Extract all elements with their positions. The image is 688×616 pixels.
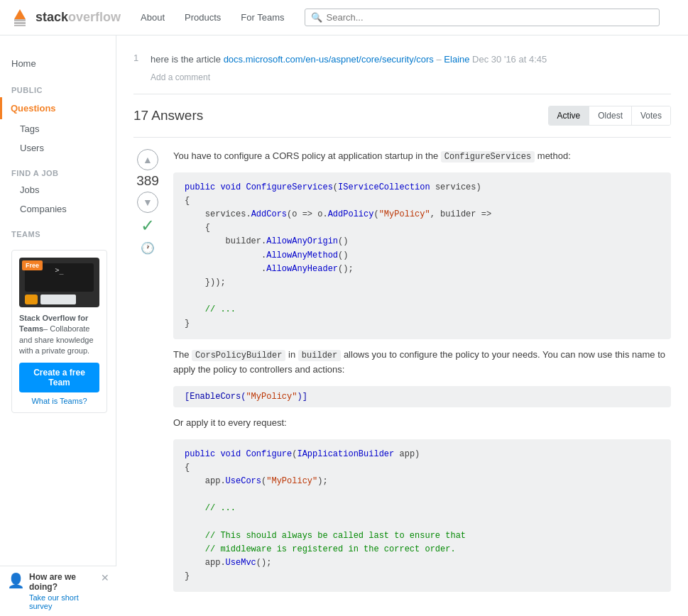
sidebar: Home PUBLIC Questions Tags Users FIND A … <box>0 35 116 616</box>
header: stackoverflow About Products For Teams 🔍 <box>0 0 688 35</box>
comment-text: here is the article docs.microsoft.com/e… <box>151 53 547 67</box>
teams-icon-2 <box>40 295 76 304</box>
inline-code-2: CorsPolicyBuilder <box>192 350 285 361</box>
survey-question: How are we doing? <box>29 572 101 592</box>
teams-section: >_ Free Stack Overflow for Teams– Collab… <box>0 241 116 422</box>
logo-text: stackoverflow <box>36 10 121 25</box>
sidebar-item-users[interactable]: Users <box>0 138 116 158</box>
add-comment-link[interactable]: Add a comment <box>133 72 671 82</box>
teams-card: >_ Free Stack Overflow for Teams– Collab… <box>11 250 107 413</box>
answers-title: 17 Answers <box>133 108 203 123</box>
svg-rect-2 <box>14 25 26 26</box>
nav-for-teams[interactable]: For Teams <box>232 6 293 28</box>
upvote-button[interactable]: ▲ <box>137 149 158 170</box>
sidebar-item-companies[interactable]: Companies <box>0 199 116 219</box>
comment-number: 1 <box>133 53 145 63</box>
teams-card-image: >_ Free <box>19 258 99 307</box>
logo[interactable]: stackoverflow <box>9 6 121 29</box>
main-content: 1 here is the article docs.microsoft.com… <box>116 35 688 616</box>
sidebar-find-job-label: FIND A JOB <box>0 158 116 180</box>
survey-close-button[interactable]: ✕ <box>101 572 109 583</box>
sort-buttons: Active Oldest Votes <box>548 106 671 126</box>
vote-count: 389 <box>136 173 159 189</box>
downvote-button[interactable]: ▼ <box>137 192 158 213</box>
page-container: Home PUBLIC Questions Tags Users FIND A … <box>0 35 688 616</box>
teams-icon-1 <box>25 295 38 304</box>
sidebar-item-home[interactable]: Home <box>0 53 116 75</box>
answers-header: 17 Answers Active Oldest Votes <box>133 106 671 126</box>
comment-link[interactable]: docs.microsoft.com/en-us/aspnet/core/sec… <box>224 54 434 65</box>
survey-bar: ✕ 👤 How are we doing? Take our short sur… <box>0 566 116 616</box>
comment-time: Dec 30 '16 at 4:45 <box>472 54 547 65</box>
sidebar-item-questions[interactable]: Questions <box>0 97 116 119</box>
search-icon: 🔍 <box>311 12 322 23</box>
answer-post: ▲ 389 ▼ ✓ 🕐 You have to configure a CORS… <box>133 137 671 612</box>
nav-links: About Products For Teams <box>132 6 293 28</box>
comment-area: 1 here is the article docs.microsoft.com… <box>133 47 671 94</box>
answer-body: You have to configure a CORS policy at a… <box>173 149 671 601</box>
svg-rect-1 <box>14 22 26 24</box>
code-block-2: [EnableCors("MyPolicy")] <box>173 386 671 407</box>
sort-btn-oldest[interactable]: Oldest <box>589 106 632 125</box>
teams-icons-row <box>25 295 97 304</box>
search-box: 🔍 <box>305 9 660 26</box>
comment-line: 1 here is the article docs.microsoft.com… <box>133 50 671 70</box>
sidebar-public-label: PUBLIC <box>0 75 116 97</box>
answer-text-2: The CorsPolicyBuilder in builder allows … <box>173 348 671 378</box>
svg-rect-0 <box>14 19 26 21</box>
what-is-teams-link[interactable]: What is Teams? <box>19 397 99 405</box>
nav-products[interactable]: Products <box>176 6 229 28</box>
survey-avatar: 👤 <box>7 572 25 589</box>
history-button[interactable]: 🕐 <box>138 238 158 258</box>
inline-code-1: ConfigureServices <box>441 151 535 163</box>
free-badge: Free <box>22 260 43 270</box>
answer-text-1: You have to configure a CORS policy at a… <box>173 149 671 164</box>
sidebar-item-jobs[interactable]: Jobs <box>0 180 116 199</box>
svg-marker-3 <box>14 9 26 19</box>
create-team-button[interactable]: Create a free Team <box>19 363 99 392</box>
logo-icon <box>9 6 31 29</box>
accepted-icon[interactable]: ✓ <box>141 216 155 236</box>
teams-card-desc: Stack Overflow for Teams– Collaborate an… <box>19 313 99 357</box>
sidebar-item-tags[interactable]: Tags <box>0 119 116 138</box>
nav-about[interactable]: About <box>132 6 173 28</box>
inline-code-3: builder <box>298 350 341 361</box>
code-block-3: public void Configure(IApplicationBuilde… <box>173 439 671 593</box>
answer-text-3: Or apply it to every request: <box>173 416 671 431</box>
sort-btn-votes[interactable]: Votes <box>632 106 670 125</box>
sidebar-teams-label: TEAMS <box>0 219 116 241</box>
sort-btn-active[interactable]: Active <box>549 106 590 125</box>
survey-link[interactable]: Take our short survey <box>29 593 79 610</box>
search-input[interactable] <box>327 12 653 23</box>
vote-column: ▲ 389 ▼ ✓ 🕐 <box>133 149 162 601</box>
comment-author: Elaine <box>444 54 469 65</box>
code-block-1: public void ConfigureServices(IServiceCo… <box>173 172 671 339</box>
